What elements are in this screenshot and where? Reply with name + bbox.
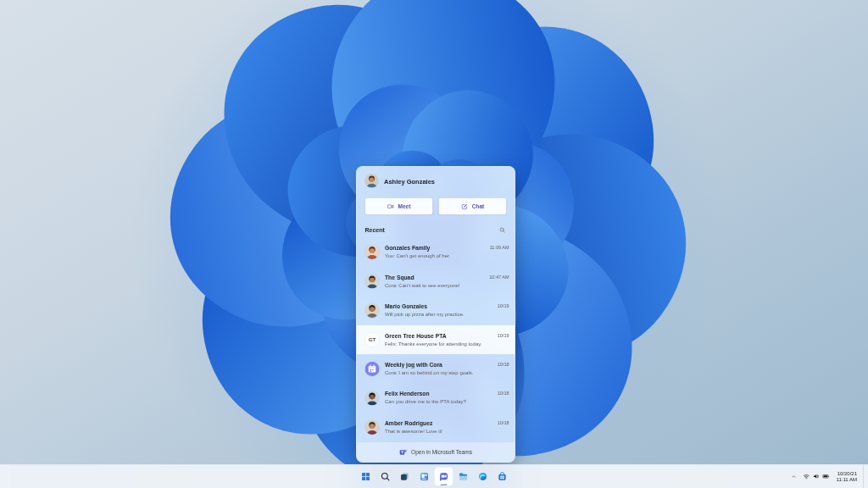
- taskbar-widgets-button[interactable]: [415, 467, 434, 485]
- conversation-row[interactable]: Felix Henderson Can you drive me to the …: [357, 384, 515, 413]
- teams-chat-icon: [437, 470, 450, 483]
- conversation-name: Felix Henderson: [385, 391, 492, 397]
- conversation-row[interactable]: The Squad Cora: Can't wait to see everyo…: [357, 267, 515, 296]
- conversation-preview: Will pick up pizza after my practice.: [385, 312, 492, 318]
- compose-icon: [461, 202, 469, 210]
- taskbar-search-button[interactable]: [376, 467, 395, 485]
- conversation-text: Felix Henderson Can you drive me to the …: [385, 391, 492, 405]
- avatar: [365, 362, 380, 376]
- svg-text:GT: GT: [369, 336, 376, 342]
- user-name: Ashley Gonzales: [384, 177, 435, 185]
- chat-button[interactable]: Chat: [439, 198, 507, 215]
- volume-icon: [813, 473, 821, 480]
- clock-date: 10/20/21: [837, 470, 857, 476]
- conversation-preview: Felix: Thanks everyone for attending tod…: [385, 341, 492, 347]
- windows-start-icon: [359, 470, 372, 483]
- conversation-name: Gonzales Family: [385, 246, 484, 252]
- taskbar-task-view-button[interactable]: [396, 467, 415, 485]
- conversation-row[interactable]: Mario Gonzales Will pick up pizza after …: [357, 296, 515, 324]
- conversation-name: Weekly jog with Cora: [385, 362, 492, 368]
- wifi-icon: [803, 473, 810, 480]
- hidden-icons-button[interactable]: [788, 471, 799, 482]
- edge-icon: [476, 470, 489, 483]
- flyout-actions: Meet Chat: [357, 193, 515, 216]
- video-camera-icon: [387, 202, 395, 210]
- chat-button-label: Chat: [472, 203, 484, 210]
- teams-icon: [399, 448, 408, 457]
- conversation-name: Mario Gonzales: [385, 303, 492, 309]
- taskbar: 10/20/21 11:11 AM: [0, 464, 868, 488]
- avatar: [365, 303, 380, 318]
- meet-button[interactable]: Meet: [365, 198, 433, 215]
- conversation-name: Amber Rodriguez: [385, 420, 492, 426]
- avatar: [365, 420, 380, 435]
- taskbar-items: [357, 465, 512, 488]
- conversation-time: 10:47 AM: [489, 267, 509, 280]
- flyout-header: Ashley Gonzales: [357, 167, 515, 193]
- chat-flyout: Ashley Gonzales Meet Chat Recent Gonzale…: [356, 166, 515, 463]
- conversation-time: 11:09 AM: [490, 238, 509, 251]
- avatar: [365, 391, 380, 405]
- file-explorer-icon: [457, 470, 470, 483]
- user-avatar: [365, 175, 379, 188]
- conversation-text: Weekly jog with Cora Cora: I am so behin…: [385, 362, 492, 375]
- taskbar-start-button[interactable]: [357, 467, 376, 485]
- conversation-text: Amber Rodriguez That is awesome! Love it…: [385, 420, 492, 434]
- conversation-preview: That is awesome! Love it!: [385, 429, 492, 435]
- avatar: [365, 274, 380, 289]
- conversation-name: Green Tree House PTA: [385, 333, 492, 339]
- widgets-icon: [418, 470, 431, 483]
- tray-status-button[interactable]: [800, 470, 832, 483]
- search-icon: [499, 227, 506, 234]
- avatar: [365, 245, 380, 259]
- conversation-row[interactable]: Gonzales Family You: Can't get enough of…: [357, 238, 515, 267]
- clock[interactable]: 10/20/21 11:11 AM: [833, 469, 860, 484]
- conversation-time: 10/18: [498, 354, 509, 367]
- conversation-preview: Cora: I am so behind on my step goals.: [385, 370, 492, 376]
- conversation-text: Gonzales Family You: Can't get enough of…: [385, 246, 484, 259]
- conversation-time: 10/18: [498, 413, 509, 425]
- open-in-teams-button[interactable]: Open in Microsoft Teams: [357, 442, 515, 463]
- conversation-time: 10/18: [498, 384, 509, 396]
- conversation-text: The Squad Cora: Can't wait to see everyo…: [385, 274, 484, 288]
- desktop: Ashley Gonzales Meet Chat Recent Gonzale…: [0, 0, 868, 488]
- store-icon: [496, 470, 509, 483]
- clock-time: 11:11 AM: [837, 476, 857, 482]
- show-desktop-button[interactable]: [863, 465, 866, 488]
- taskbar-file-explorer-button[interactable]: [454, 467, 473, 485]
- conversation-row[interactable]: Amber Rodriguez That is awesome! Love it…: [357, 413, 515, 441]
- taskbar-chat-button[interactable]: [435, 467, 453, 485]
- recent-label: Recent: [365, 227, 385, 234]
- conversation-row[interactable]: Weekly jog with Cora Cora: I am so behin…: [357, 354, 515, 383]
- conversation-preview: Can you drive me to the PTA today?: [385, 399, 492, 405]
- task-view-icon: [398, 470, 411, 483]
- search-button[interactable]: [498, 226, 507, 235]
- conversation-text: Mario Gonzales Will pick up pizza after …: [385, 303, 492, 317]
- chevron-up-icon: [791, 474, 797, 480]
- conversation-time: 10/19: [498, 296, 509, 308]
- system-tray: 10/20/21 11:11 AM: [788, 465, 866, 488]
- avatar: GT: [365, 333, 380, 347]
- battery-icon: [822, 473, 830, 480]
- conversation-name: The Squad: [385, 274, 484, 280]
- meet-button-label: Meet: [398, 203, 411, 210]
- recent-section-header: Recent: [357, 216, 515, 238]
- conversation-text: Green Tree House PTA Felix: Thanks every…: [385, 333, 492, 347]
- conversation-preview: You: Can't get enough of her.: [385, 253, 484, 259]
- search-icon: [380, 471, 391, 482]
- taskbar-store-button[interactable]: [493, 467, 512, 485]
- open-in-teams-label: Open in Microsoft Teams: [411, 449, 472, 456]
- taskbar-edge-button[interactable]: [474, 467, 492, 485]
- conversation-time: 10/19: [498, 325, 509, 338]
- conversation-list: Gonzales Family You: Can't get enough of…: [357, 238, 515, 442]
- conversation-preview: Cora: Can't wait to see everyone!: [385, 282, 484, 288]
- conversation-row[interactable]: GT Green Tree House PTA Felix: Thanks ev…: [357, 325, 515, 354]
